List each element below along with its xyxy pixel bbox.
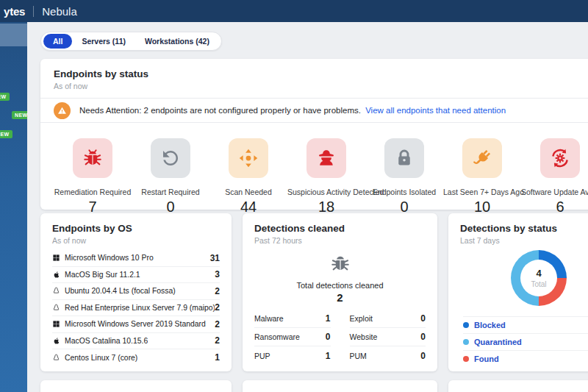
legend-item-blocked[interactable]: Blocked — [463, 316, 588, 333]
os-row-red-hat-enterprise-linux-server-7-9-maipo: Red Hat Enterprise Linux Server 7.9 (mai… — [52, 300, 220, 317]
tab-workstations-42[interactable]: Workstations (42) — [135, 34, 219, 49]
os-row-macos-catalina-10-15-6: MacOS Catalina 10.15.6 2 — [52, 333, 220, 350]
apple-icon — [52, 337, 60, 345]
status-item-endpoints-isolated[interactable]: Endpoints Isolated 0 — [365, 138, 443, 215]
os-label: Red Hat Enterprise Linux Server 7.9 (mai… — [65, 304, 215, 312]
linux-icon — [52, 304, 60, 312]
view-all-endpoints-link[interactable]: View all endpoints that need attention — [365, 106, 506, 115]
detections-cleaned-title: Detections cleaned — [254, 223, 426, 234]
endpoints-by-os-title: Endpoints by OS — [52, 223, 220, 234]
status-item-label: Last Seen 7+ Days Ago — [443, 188, 521, 196]
cleaned-stat-value: 0 — [326, 332, 331, 342]
cleaned-stat-label: Malware — [254, 314, 284, 323]
cleaned-stat-label: Ransomware — [254, 332, 300, 341]
restart-icon — [151, 138, 190, 178]
os-count: 2 — [215, 286, 220, 296]
status-item-label: Endpoints Isolated — [365, 188, 443, 196]
status-item-last-seen-7-days-ago[interactable]: Last Seen 7+ Days Ago 10 — [443, 138, 521, 215]
donut-center: 4 Total — [520, 260, 557, 296]
detections-by-status-card: Detections by status Last 7 days 4 Total… — [448, 213, 588, 371]
product-name: Nebula — [42, 5, 77, 18]
legend-item-quarantined[interactable]: Quarantined — [463, 333, 588, 350]
tab-all[interactable]: All — [43, 34, 72, 49]
cleaned-stat-label: PUM — [350, 352, 367, 360]
cleaned-stat-value: 0 — [420, 332, 426, 342]
donut-total-value: 4 — [536, 268, 541, 279]
linux-icon — [52, 287, 60, 295]
cleaned-stat-label: Exploit — [350, 314, 373, 323]
cleaned-stat-ransomware: Ransomware 0 — [254, 328, 331, 346]
legend-label: Blocked — [474, 321, 506, 329]
sidebar-nav: NEW NEW NEW — [0, 22, 27, 392]
windows-icon — [52, 254, 60, 262]
status-item-label: Scan Needed — [209, 188, 287, 196]
cleaned-stat-pum: PUM 0 — [350, 346, 426, 365]
status-item-label: Restart Required — [132, 188, 209, 196]
brand-logo-text: ytes — [4, 5, 25, 18]
bug-gray-icon — [329, 264, 351, 277]
cleaned-stat-website: Website 0 — [350, 328, 426, 346]
endpoints-by-status-card: Endpoints by status As of now Needs Atte… — [40, 59, 588, 210]
cards-row: Endpoints by OS As of now Microsoft Wind… — [40, 213, 588, 371]
detections-cleaned-subtitle: Past 72 hours — [254, 236, 426, 245]
os-label: MacOS Big Sur 11.2.1 — [65, 271, 140, 279]
detections-by-status-subtitle: Last 7 days — [460, 236, 588, 245]
view-tabs: AllServers (11)Workstations (42) — [40, 32, 222, 51]
linux-icon — [52, 354, 60, 362]
cleaned-stat-pup: PUP 1 — [254, 346, 331, 365]
main-content: AllServers (11)Workstations (42) Endpoin… — [27, 22, 588, 392]
os-row-ubuntu-20-04-4-lts-focal-fossa: Ubuntu 20.04.4 Lts (focal Fossa) 2 — [52, 283, 220, 300]
status-item-restart-required[interactable]: Restart Required 0 — [132, 138, 209, 215]
total-cleaned-value: 2 — [254, 291, 426, 304]
os-row-microsoft-windows-10-pro: Microsoft Windows 10 Pro 31 — [52, 250, 220, 267]
detections-by-status-title: Detections by status — [460, 223, 588, 234]
cleaned-stat-value: 1 — [326, 351, 331, 361]
status-item-suspicious-activity-detected[interactable]: Suspicious Activity Detected 18 — [287, 138, 365, 215]
lock-icon — [384, 138, 424, 178]
os-label: Centos Linux 7 (core) — [65, 354, 137, 362]
apple-icon — [52, 271, 60, 279]
cleaned-stat-value: 0 — [420, 313, 426, 324]
sidebar-item-selected[interactable] — [0, 24, 27, 46]
os-label: Microsoft Windows 10 Pro — [65, 254, 154, 262]
status-item-label: Remediation Required — [54, 188, 132, 196]
windows-icon — [52, 320, 60, 328]
update-icon — [540, 138, 580, 178]
status-item-software-update-available[interactable]: Software Update Available 6 — [521, 138, 588, 215]
total-cleaned-label: Total detections cleaned — [254, 281, 426, 290]
status-item-scan-needed[interactable]: Scan Needed 44 — [209, 138, 287, 215]
os-list: Microsoft Windows 10 Pro 31 MacOS Big Su… — [52, 250, 220, 366]
cleaned-stat-label: PUP — [254, 352, 270, 360]
endpoints-by-activity-card: Endpoints by activity — [40, 380, 232, 392]
scan-icon — [229, 138, 268, 178]
detections-by-category-card: Detections by category — [243, 380, 437, 392]
os-row-macos-big-sur-11-2-1: MacOS Big Sur 11.2.1 3 — [52, 267, 220, 284]
status-item-label: Suspicious Activity Detected — [287, 188, 365, 196]
status-item-remediation-required[interactable]: Remediation Required 7 — [54, 138, 132, 215]
legend-label: Found — [474, 354, 499, 363]
detections-cleaned-card: Detections cleaned Past 72 hours Total d… — [243, 213, 437, 371]
status-items-row: Remediation Required 7 Restart Required … — [54, 138, 588, 215]
legend-item-found[interactable]: Found — [463, 350, 588, 367]
os-count: 3 — [215, 269, 220, 279]
cleaned-stat-malware: Malware 1 — [254, 310, 331, 328]
bug-icon — [73, 138, 112, 178]
os-count: 2 — [215, 335, 220, 346]
cleaned-stat-value: 0 — [420, 351, 426, 361]
cleaned-stats-grid: Malware 1 Exploit 0 Ransomware 0 Website… — [254, 310, 426, 365]
top-bar: ytes Nebula — [0, 0, 588, 22]
endpoints-by-status-title: Endpoints by status — [54, 68, 588, 79]
endpoints-by-os-subtitle: As of now — [52, 236, 220, 245]
topbar-divider — [33, 6, 34, 17]
new-badge: NEW — [0, 130, 12, 138]
endpoints-by-status-subtitle: As of now — [54, 82, 588, 90]
os-label: Microsoft Windows Server 2019 Standard — [65, 320, 206, 328]
tab-servers-11[interactable]: Servers (11) — [72, 34, 135, 49]
cleaned-stat-exploit: Exploit 0 — [350, 310, 426, 328]
warning-icon — [54, 102, 71, 119]
donut-total-label: Total — [531, 280, 546, 288]
legend-label: Quarantined — [474, 338, 522, 346]
legend-dot — [463, 322, 469, 328]
needs-attention-banner: Needs Attention: 2 endpoints are not con… — [54, 99, 588, 122]
cleaned-stat-value: 1 — [326, 313, 331, 324]
